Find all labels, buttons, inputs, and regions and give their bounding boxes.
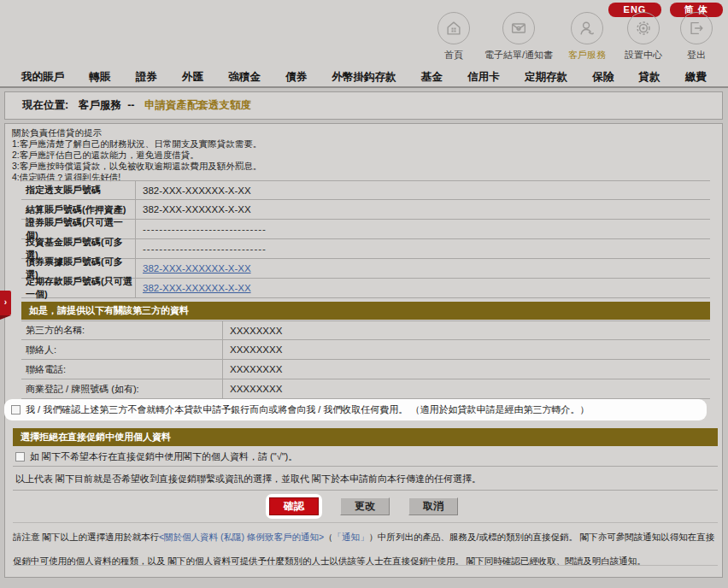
utility-item-estatement[interactable]: 電子結單/通知書 (478, 12, 559, 62)
marketing-optout-text: 如 閣下不希望本行在直接促銷中使用閣下的個人資料，請 ("√")。 (30, 450, 297, 463)
marketing-note: 以上代表 閣下目前就是否希望收到直接促銷聯繫或資訊的選擇，並取代 閣下於本申請前… (13, 467, 718, 491)
chevron-right-icon: › (4, 297, 7, 307)
breadcrumb-separator: -- (127, 99, 134, 111)
logout-icon (680, 12, 713, 44)
row-label: 商業登記 / 牌照號碼 (如有): (21, 379, 223, 398)
account-table: 指定透支賬戶號碼 382-XXX-XXXXXX-X-XX 結算賬戶號碼(作押資產… (21, 180, 710, 298)
confirm-button-highlight: 確認 (266, 494, 322, 519)
nav-item-insurance[interactable]: 保險 (592, 68, 614, 86)
row-label: 聯絡電話: (21, 360, 223, 379)
third-party-table: 第三方的名稱: XXXXXXXX 聯絡人: XXXXXXXX 聯絡電話: XXX… (21, 320, 710, 399)
utility-item-logout[interactable]: 登出 (672, 12, 721, 62)
row-label: 指定透支賬戶號碼 (21, 181, 136, 199)
utility-item-customer-service[interactable]: 客戶服務 (559, 12, 615, 62)
home-icon (437, 12, 470, 44)
nav-item-bill-payment[interactable]: 繳費 (685, 68, 707, 86)
nav-item-loans[interactable]: 貸款 (639, 68, 660, 86)
third-party-confirm-row: 我 / 我們確認上述第三方不會就轉介本貸款申請予銀行而向或將會向我 / 我們收取… (4, 399, 707, 420)
action-buttons: 確認 更改 取消 (5, 494, 724, 521)
divider (13, 522, 718, 523)
table-row: 定期存款賬戶號碼(只可選一個) 382-XXX-XXXXXX-X-XX (21, 279, 710, 298)
row-value: XXXXXXXX (223, 344, 282, 355)
utility-item-settings[interactable]: 設置中心 (615, 12, 672, 62)
customer-service-icon (571, 12, 603, 44)
nav-item-fx[interactable]: 外匯 (182, 68, 203, 86)
bond-account-link[interactable]: 382-XXX-XXXXXX-X-XX (143, 263, 251, 273)
breadcrumb-page-title: 申請資產配套透支額度 (144, 99, 251, 111)
utility-bar: 首頁 電子結單/通知書 (429, 12, 721, 62)
table-row: 第三方的名稱: XXXXXXXX (21, 320, 710, 340)
row-value: XXXXXXXX (223, 326, 282, 336)
time-deposit-account-link[interactable]: 382-XXX-XXXXXX-X-XX (143, 283, 251, 293)
table-row: 聯絡人: XXXXXXXX (21, 340, 710, 360)
utility-item-label: 電子結單/通知書 (484, 49, 553, 62)
footer-part: （ (324, 532, 333, 542)
footer-part: 請注意 閣下以上的選擇適用於就本行 (13, 532, 159, 542)
utility-item-label: 登出 (687, 49, 706, 62)
nav-item-transfer[interactable]: 轉賬 (89, 68, 110, 86)
row-value: 382-XXX-XXXXXX-X-XX (136, 185, 251, 196)
utility-item-label: 設置中心 (625, 49, 662, 62)
row-label: 聯絡人: (21, 340, 223, 359)
third-party-section-header: 如是，請提供以下有關該第三方的資料 (21, 302, 710, 320)
breadcrumb-prefix: 現在位置: (22, 99, 68, 111)
nav-item-my-accounts[interactable]: 我的賬戶 (21, 68, 64, 86)
confirm-button[interactable]: 確認 (269, 497, 319, 515)
utility-item-label: 首頁 (444, 49, 463, 62)
responsible-lending-tips: 關於負責任借貸的提示 1:客戶應清楚了解自己的財務狀況、日常開支及實際貸款需要。… (12, 127, 261, 183)
header: ENG 简 体 首頁 (0, 0, 728, 88)
notice-link[interactable]: 「通知」 (333, 532, 369, 542)
marketing-optout-row: 如 閣下不希望本行在直接促銷中使用閣下的個人資料，請 ("√")。 (13, 447, 718, 467)
settings-icon (627, 12, 660, 44)
nav-item-time-deposit[interactable]: 定期存款 (525, 68, 567, 86)
tips-line: 3:客戶應按時償還貸款，以免被收取逾期還款費用及額外罰息。 (12, 161, 261, 172)
main-panel: 關於負責任借貸的提示 1:客戶應清楚了解自己的財務狀況、日常開支及實際貸款需要。… (4, 123, 723, 578)
table-row: 聯絡電話: XXXXXXXX (21, 360, 710, 379)
row-value: XXXXXXXX (223, 364, 282, 374)
table-row: 指定透支賬戶號碼 382-XXX-XXXXXX-X-XX (21, 180, 710, 200)
mail-icon (502, 12, 535, 44)
divider (13, 565, 718, 566)
nav-item-credit-card[interactable]: 信用卡 (467, 68, 500, 86)
cancel-button[interactable]: 取消 (408, 497, 458, 515)
marketing-optout-section-header: 選擇拒絕在直接促銷中使用個人資料 (13, 428, 718, 446)
table-row: 商業登記 / 牌照號碼 (如有): XXXXXXXX (21, 379, 710, 399)
row-value-empty: ------------------------------ (136, 224, 267, 234)
main-nav: 我的賬戶 轉賬 證券 外匯 強積金 債券 外幣掛鈎存款 基金 信用卡 定期存款 … (0, 68, 728, 86)
nav-item-funds[interactable]: 基金 (421, 68, 443, 86)
tips-title: 關於負責任借貸的提示 (12, 127, 261, 138)
breadcrumb: 現在位置: 客戶服務 -- 申請資產配套透支額度 (4, 91, 723, 120)
row-label: 第三方的名稱: (21, 321, 223, 339)
row-value: 382-XXX-XXXXXX-X-XX (136, 204, 251, 215)
privacy-notice-link[interactable]: <關於個人資料 (私隱) 條例致客戶的通知> (159, 532, 324, 542)
tips-line: 1:客戶應清楚了解自己的財務狀況、日常開支及實際貸款需要。 (12, 138, 261, 150)
nav-item-currency-linked-deposit[interactable]: 外幣掛鈎存款 (332, 68, 396, 86)
modify-button[interactable]: 更改 (340, 497, 390, 515)
sidebar-expander-tab[interactable]: › (0, 291, 11, 315)
row-label: 定期存款賬戶號碼(只可選一個) (21, 279, 136, 297)
third-party-confirm-checkbox[interactable] (11, 405, 21, 415)
nav-item-securities[interactable]: 證券 (136, 68, 157, 86)
third-party-confirm-text: 我 / 我們確認上述第三方不會就轉介本貸款申請予銀行而向或將會向我 / 我們收取… (26, 403, 589, 416)
page: ENG 简 体 首頁 (0, 0, 728, 588)
row-value: XXXXXXXX (223, 384, 282, 394)
marketing-optout-checkbox[interactable] (15, 452, 25, 462)
utility-item-label: 客戶服務 (568, 49, 606, 62)
nav-item-bonds[interactable]: 債券 (285, 68, 307, 86)
tips-line: 2:客戶應評估自己的還款能力，避免過度借貸。 (12, 150, 261, 161)
nav-item-mpf[interactable]: 強積金 (228, 68, 261, 86)
utility-item-home[interactable]: 首頁 (429, 12, 478, 62)
breadcrumb-section: 客戶服務 (79, 99, 121, 111)
row-value-empty: ------------------------------ (136, 244, 267, 254)
